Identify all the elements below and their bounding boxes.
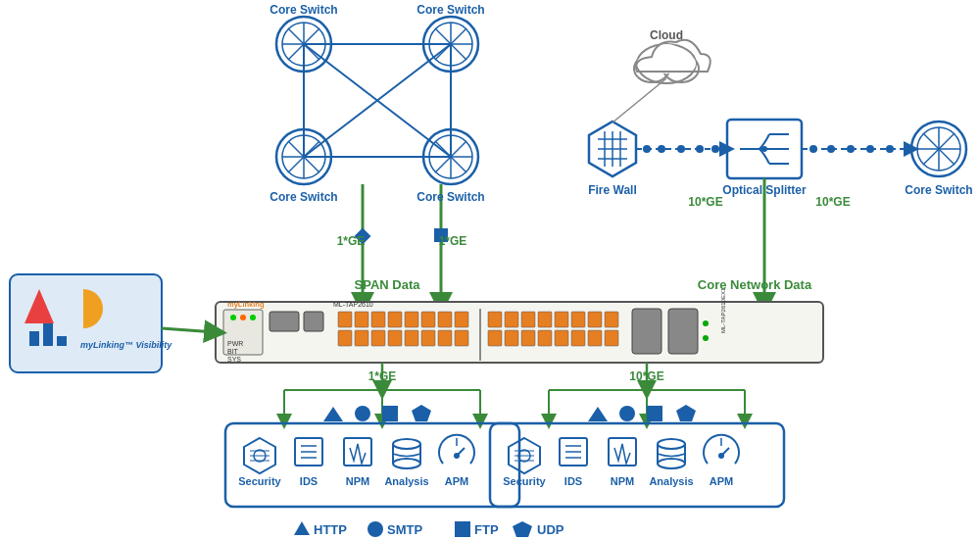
- svg-text:1*GE: 1*GE: [368, 369, 397, 383]
- svg-point-63: [696, 145, 704, 153]
- svg-rect-97: [455, 330, 468, 346]
- svg-rect-113: [588, 330, 602, 346]
- svg-text:10*GE: 10*GE: [629, 369, 663, 383]
- svg-point-117: [703, 320, 709, 326]
- svg-point-74: [230, 315, 236, 320]
- svg-rect-103: [555, 312, 568, 327]
- svg-rect-83: [355, 312, 368, 327]
- svg-marker-137: [412, 405, 431, 421]
- svg-rect-213: [455, 521, 470, 537]
- svg-rect-92: [371, 330, 385, 346]
- svg-point-152: [393, 439, 420, 449]
- svg-rect-89: [455, 312, 468, 327]
- svg-text:Optical Splitter: Optical Splitter: [722, 183, 807, 197]
- svg-rect-151: [344, 438, 371, 466]
- svg-rect-105: [588, 312, 602, 327]
- svg-rect-188: [29, 331, 39, 346]
- svg-rect-88: [438, 312, 452, 327]
- svg-point-66: [809, 145, 817, 153]
- svg-rect-86: [405, 312, 418, 327]
- svg-rect-101: [521, 312, 535, 327]
- svg-point-64: [711, 145, 719, 153]
- svg-rect-110: [538, 330, 552, 346]
- svg-text:10*GE: 10*GE: [688, 195, 722, 209]
- svg-rect-84: [371, 312, 385, 327]
- svg-rect-100: [505, 312, 518, 327]
- svg-text:HTTP: HTTP: [314, 522, 347, 537]
- svg-text:APM: APM: [445, 475, 468, 487]
- svg-text:ML-TAP2610EX1: ML-TAP2610EX1: [720, 287, 726, 333]
- svg-rect-189: [43, 323, 53, 346]
- svg-text:SMTP: SMTP: [387, 522, 422, 537]
- svg-rect-72: [216, 302, 823, 363]
- svg-text:PWR: PWR: [227, 340, 243, 347]
- svg-text:1*GE: 1*GE: [439, 234, 467, 248]
- svg-rect-168: [609, 438, 636, 466]
- svg-text:UDP: UDP: [537, 522, 564, 537]
- svg-text:myLinking™ Visibility: myLinking™ Visibility: [80, 340, 172, 350]
- svg-rect-142: [225, 423, 519, 507]
- svg-text:Security: Security: [503, 475, 546, 487]
- svg-rect-90: [338, 330, 352, 346]
- svg-text:Fire Wall: Fire Wall: [588, 183, 637, 197]
- svg-marker-141: [676, 405, 696, 421]
- svg-point-139: [619, 406, 635, 421]
- svg-text:Core Switch: Core Switch: [270, 190, 337, 204]
- svg-rect-136: [382, 406, 398, 421]
- svg-point-51: [761, 146, 767, 152]
- svg-point-155: [393, 459, 420, 468]
- svg-text:Analysis: Analysis: [384, 475, 428, 487]
- svg-rect-96: [438, 330, 452, 346]
- svg-point-67: [827, 145, 835, 153]
- svg-text:Core Network Data: Core Network Data: [698, 277, 812, 292]
- svg-text:ML-TAP2610: ML-TAP2610: [333, 301, 373, 308]
- svg-text:APM: APM: [710, 475, 733, 487]
- svg-rect-80: [270, 312, 299, 331]
- svg-rect-111: [555, 330, 568, 346]
- svg-point-69: [866, 145, 874, 153]
- svg-point-68: [847, 145, 855, 153]
- svg-text:Core Switch: Core Switch: [416, 190, 484, 204]
- svg-rect-159: [490, 423, 784, 507]
- svg-line-192: [162, 328, 216, 332]
- svg-rect-104: [571, 312, 585, 327]
- network-diagram: PWR BIT SYS: [0, 0, 980, 540]
- svg-point-62: [677, 145, 685, 153]
- svg-rect-82: [338, 312, 352, 327]
- svg-rect-108: [505, 330, 518, 346]
- svg-text:Cloud: Cloud: [650, 28, 683, 42]
- svg-rect-102: [538, 312, 552, 327]
- svg-point-169: [658, 439, 685, 449]
- svg-text:myLinking: myLinking: [227, 300, 265, 309]
- svg-point-76: [250, 315, 256, 320]
- svg-text:NPM: NPM: [346, 475, 369, 487]
- svg-text:Security: Security: [238, 475, 281, 487]
- svg-text:Analysis: Analysis: [649, 475, 693, 487]
- svg-point-135: [355, 406, 370, 421]
- svg-text:Core Switch: Core Switch: [416, 3, 484, 17]
- svg-rect-114: [605, 330, 618, 346]
- svg-point-60: [643, 145, 651, 153]
- svg-text:10*GE: 10*GE: [815, 195, 850, 209]
- svg-rect-95: [421, 330, 435, 346]
- svg-text:1*GE: 1*GE: [337, 234, 366, 248]
- svg-rect-190: [57, 336, 67, 346]
- svg-rect-115: [632, 309, 662, 354]
- svg-rect-81: [304, 312, 323, 331]
- svg-marker-138: [588, 407, 608, 421]
- svg-text:NPM: NPM: [611, 475, 634, 487]
- svg-text:IDS: IDS: [564, 475, 582, 487]
- svg-line-58: [612, 78, 666, 123]
- svg-text:BIT: BIT: [227, 348, 239, 355]
- svg-point-211: [368, 521, 383, 537]
- svg-rect-116: [668, 309, 698, 354]
- svg-point-175: [718, 453, 724, 459]
- svg-rect-112: [571, 330, 585, 346]
- svg-rect-87: [421, 312, 435, 327]
- svg-text:Core Switch: Core Switch: [270, 3, 337, 17]
- svg-text:SPAN Data: SPAN Data: [355, 277, 421, 292]
- svg-marker-134: [323, 407, 343, 421]
- svg-rect-107: [488, 330, 502, 346]
- svg-rect-94: [405, 330, 418, 346]
- svg-rect-85: [388, 312, 402, 327]
